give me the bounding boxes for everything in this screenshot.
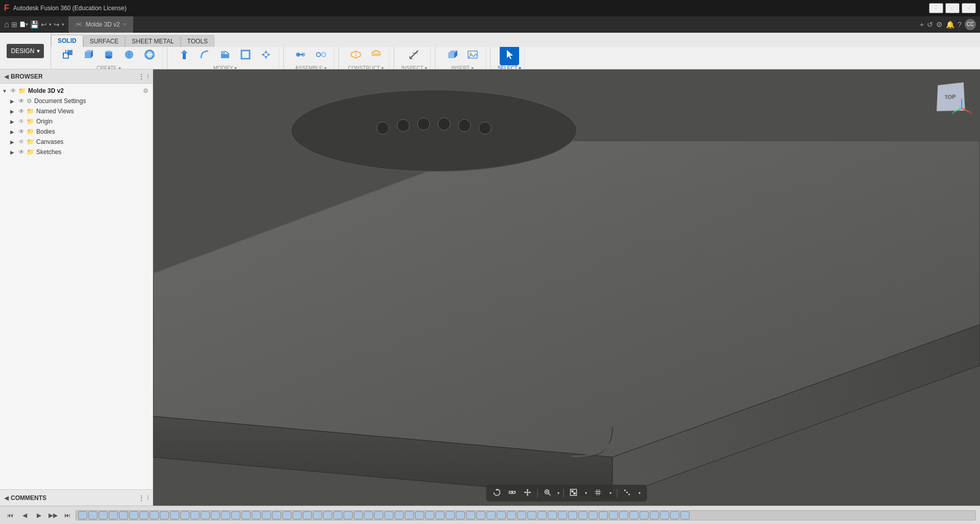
cylinder-button[interactable] [99,47,118,65]
timeline-node[interactable] [425,511,434,519]
timeline-node[interactable] [456,511,465,519]
save-button[interactable]: 💾 [30,20,39,29]
tree-item-origin[interactable]: ▶ 👁 📁 Origin [0,116,153,127]
canvases-expander[interactable]: ▶ [10,139,16,145]
display-mode-dropdown[interactable]: ▾ [582,489,590,497]
design-dropdown-button[interactable]: DESIGN ▾ [7,44,43,58]
eye-icon[interactable]: 👁 [10,87,16,94]
timeline-node[interactable] [405,511,414,519]
browser-collapse-button[interactable]: ◀ [4,73,9,80]
tab-surface[interactable]: SURFACE [83,35,126,47]
timeline-node[interactable] [201,511,210,519]
tree-item-bodies[interactable]: ▶ 👁 📁 Bodies [0,127,153,137]
grid-menu-button[interactable]: ⊞ [11,20,17,29]
tree-item-canvases[interactable]: ▶ 👁 📁 Canvases [0,137,153,147]
viewport[interactable]: TOP X Y Z [153,69,980,506]
add-tab-button[interactable]: + [920,20,924,29]
timeline-node[interactable] [517,511,526,519]
timeline-end-button[interactable]: ⏭ [61,509,74,521]
timeline-node[interactable] [374,511,383,519]
timeline-node[interactable] [599,511,608,519]
fillet-button[interactable] [195,47,214,65]
timeline-node[interactable] [578,511,587,519]
timeline-node[interactable] [323,511,332,519]
comments-resize-handle[interactable]: | [147,495,149,501]
timeline-node[interactable] [435,511,445,519]
timeline-node[interactable] [272,511,281,519]
timeline-node[interactable] [78,511,87,519]
tree-item-named-views[interactable]: ▶ 👁 📁 Named Views [0,106,153,116]
timeline-node[interactable] [486,511,496,519]
zoom-dropdown[interactable]: ▾ [556,490,560,496]
tab-solid[interactable]: SOLID [51,35,83,47]
timeline-node[interactable] [99,511,108,519]
sketches-expander[interactable]: ▶ [10,149,16,155]
browser-resize-handle[interactable]: | [147,73,149,79]
timeline-node[interactable] [415,511,424,519]
torus-button[interactable] [140,47,159,65]
timeline-node[interactable] [619,511,628,519]
timeline-node[interactable] [160,511,169,519]
timeline-node[interactable] [109,511,118,519]
timeline-node[interactable] [282,511,291,519]
timeline-node[interactable] [231,511,240,519]
timeline-node[interactable] [180,511,189,519]
sphere-button[interactable] [119,47,139,65]
doc-tab-close[interactable]: × [123,21,127,28]
tab-tools[interactable]: TOOLS [181,35,214,47]
bodies-eye-icon[interactable]: 👁 [18,128,24,135]
pan-button[interactable] [521,487,534,500]
measure-button[interactable]: mm [404,47,424,65]
view-options-dropdown[interactable]: ▾ [636,489,643,497]
minimize-button[interactable]: − [929,3,943,13]
viewcube[interactable]: TOP X Y Z [931,78,972,118]
origin-expander[interactable]: ▶ [10,119,16,124]
timeline-node[interactable] [589,511,598,519]
timeline-node[interactable] [476,511,485,519]
timeline-start-button[interactable]: ⏮ [4,509,16,521]
tree-item-sketches[interactable]: ▶ 👁 📁 Sketches [0,147,153,157]
timeline-node[interactable] [384,511,394,519]
undo-dropdown[interactable]: ▾ [49,22,52,27]
tree-item-root[interactable]: ▼ 👁 📁 Molde 3D v2 ⚙ [0,86,153,96]
new-component-button[interactable] [58,47,78,65]
display-mode-button[interactable] [567,487,580,500]
account-button[interactable]: CC [965,19,976,30]
doc-settings-expander[interactable]: ▶ [10,98,16,104]
document-tab[interactable]: 🎮 Molde 3D v2 × [69,16,133,33]
comments-collapse-button[interactable]: ◀ [4,494,9,502]
grid-button[interactable] [592,487,605,500]
timeline-node[interactable] [364,511,373,519]
root-expander[interactable]: ▼ [2,88,8,94]
timeline-node[interactable] [313,511,322,519]
file-menu-button[interactable]: 📄▾ [19,21,28,27]
timeline-play-button[interactable]: ▶ [33,509,45,521]
joint-button[interactable] [291,47,310,65]
timeline-node[interactable] [292,511,302,519]
origin-eye-icon[interactable]: 👁 [18,118,24,125]
named-views-expander[interactable]: ▶ [10,109,16,114]
refresh-button[interactable]: ↺ [927,20,933,29]
timeline-node[interactable] [548,511,557,519]
timeline-node[interactable] [333,511,342,519]
notifications-button[interactable]: 🔔 [946,20,954,29]
timeline-node[interactable] [527,511,536,519]
grid-dropdown[interactable]: ▾ [607,489,614,497]
bodies-expander[interactable]: ▶ [10,129,16,135]
insert-image-button[interactable] [463,47,482,65]
home-button[interactable]: ⌂ [4,20,9,29]
look-at-button[interactable] [506,487,519,500]
timeline-node[interactable] [150,511,159,519]
offset-plane-button[interactable] [346,47,365,65]
box-button[interactable] [79,47,98,65]
orbit-button[interactable] [491,487,504,500]
timeline-node[interactable] [190,511,200,519]
sketches-eye-icon[interactable]: 👁 [18,148,24,156]
timeline-track[interactable] [76,510,976,520]
comments-options-button[interactable]: ⋮ [138,494,145,502]
redo-dropdown[interactable]: ▾ [62,22,64,27]
timeline-node[interactable] [344,511,353,519]
as-built-joint-button[interactable] [311,47,331,65]
help-button[interactable]: ? [958,20,962,29]
timeline-node[interactable] [395,511,404,519]
